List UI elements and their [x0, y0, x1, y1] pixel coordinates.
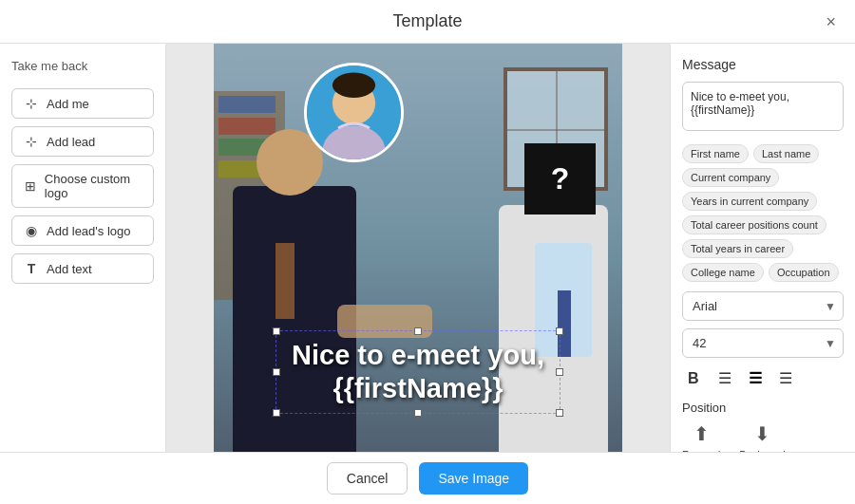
position-label: Position — [682, 401, 844, 415]
message-input[interactable]: Nice to e-meet you, {{firstName}} — [682, 82, 844, 131]
text-overlay-box[interactable]: Nice to e-meet you, {{firstName}} — [276, 330, 560, 414]
handle-top-left[interactable] — [273, 327, 280, 335]
canvas-area: ? — [166, 44, 670, 452]
tag-college-name[interactable]: College name — [682, 263, 764, 282]
backward-icon: ⬇ — [754, 422, 770, 445]
back-label: Take me back — [11, 59, 154, 73]
right-panel: Message Nice to e-meet you, {{firstName}… — [670, 44, 855, 452]
add-leads-logo-button[interactable]: ◉ Add lead's logo — [11, 215, 154, 246]
tag-career-positions[interactable]: Total career positions count — [682, 215, 826, 234]
modal-header: Template × — [0, 0, 855, 44]
book2 — [218, 118, 276, 135]
size-select[interactable]: 121416 182428 323642 485664 — [682, 328, 844, 358]
canvas-scene[interactable]: ? — [214, 44, 622, 452]
align-center-button[interactable]: ☰ — [745, 365, 766, 391]
tag-years-in-company[interactable]: Years in current company — [682, 192, 817, 211]
question-mark: ? — [551, 161, 570, 196]
overlay-text: Nice to e-meet you, {{firstName}} — [286, 339, 550, 405]
modal-title: Template — [392, 11, 462, 31]
add-me-icon: ⊹ — [24, 96, 39, 111]
handle-middle-left[interactable] — [273, 368, 280, 376]
position-buttons: ⬆ Forward ⬇ Backward — [682, 422, 844, 452]
tag-last-name[interactable]: Last name — [753, 144, 819, 163]
handle-bottom-left[interactable] — [273, 409, 280, 417]
add-lead-icon: ⊹ — [24, 134, 39, 149]
book1 — [218, 96, 276, 113]
left-sidebar: Take me back ⊹ Add me ⊹ Add lead ⊞ Choos… — [0, 44, 166, 452]
bold-button[interactable]: B — [682, 366, 705, 391]
add-text-icon: T — [24, 261, 39, 276]
main-content: Take me back ⊹ Add me ⊹ Add lead ⊞ Choos… — [0, 44, 855, 452]
svg-point-3 — [332, 73, 375, 98]
profile-svg — [307, 65, 401, 159]
tag-current-company[interactable]: Current company — [682, 168, 779, 187]
align-left-button[interactable]: ☰ — [714, 365, 735, 391]
alignment-row: B ☰ ☰ ☰ — [682, 365, 844, 391]
add-text-button[interactable]: T Add text — [11, 253, 154, 284]
font-select[interactable]: Arial Helvetica Times New Roman Georgia … — [682, 291, 844, 321]
choose-custom-logo-button[interactable]: ⊞ Choose custom logo — [11, 164, 154, 208]
choose-custom-logo-label: Choose custom logo — [45, 172, 142, 200]
save-image-button[interactable]: Save Image — [419, 462, 528, 495]
add-lead-button[interactable]: ⊹ Add lead — [11, 126, 154, 157]
close-button[interactable]: × — [826, 13, 836, 30]
leads-logo-icon: ◉ — [24, 223, 39, 238]
handle-middle-right[interactable] — [556, 368, 563, 376]
forward-icon: ⬆ — [694, 422, 710, 445]
overlay-line1: Nice to e-meet you, — [292, 340, 544, 370]
profile-photo — [304, 63, 404, 162]
footer: Cancel Save Image — [0, 452, 855, 504]
cancel-button[interactable]: Cancel — [327, 462, 408, 495]
add-lead-label: Add lead — [47, 135, 95, 149]
handle-bottom-middle[interactable] — [414, 409, 422, 417]
overlay-line2: {{firstName}} — [333, 373, 504, 403]
add-me-button[interactable]: ⊹ Add me — [11, 88, 154, 119]
add-text-label: Add text — [47, 262, 92, 276]
handle-bottom-right[interactable] — [556, 409, 563, 417]
size-select-wrapper: 121416 182428 323642 485664 ▼ — [682, 328, 844, 358]
tag-chips-container: First name Last name Current company Yea… — [682, 144, 844, 282]
custom-logo-icon: ⊞ — [24, 178, 37, 194]
add-leads-logo-label: Add lead's logo — [47, 224, 131, 238]
font-select-wrapper: Arial Helvetica Times New Roman Georgia … — [682, 291, 844, 321]
tag-occupation[interactable]: Occupation — [769, 263, 839, 282]
align-right-button[interactable]: ☰ — [775, 365, 796, 391]
handle-top-right[interactable] — [556, 327, 563, 335]
suit-tie — [276, 243, 294, 319]
forward-button[interactable]: ⬆ Forward — [682, 422, 720, 452]
masked-face: ? — [524, 143, 596, 215]
message-section-title: Message — [682, 57, 844, 72]
handle-top-middle[interactable] — [414, 327, 422, 335]
tag-first-name[interactable]: First name — [682, 144, 749, 163]
add-me-label: Add me — [47, 97, 89, 111]
tag-years-in-career[interactable]: Total years in career — [682, 239, 793, 258]
backward-button[interactable]: ⬇ Backward — [739, 422, 785, 452]
